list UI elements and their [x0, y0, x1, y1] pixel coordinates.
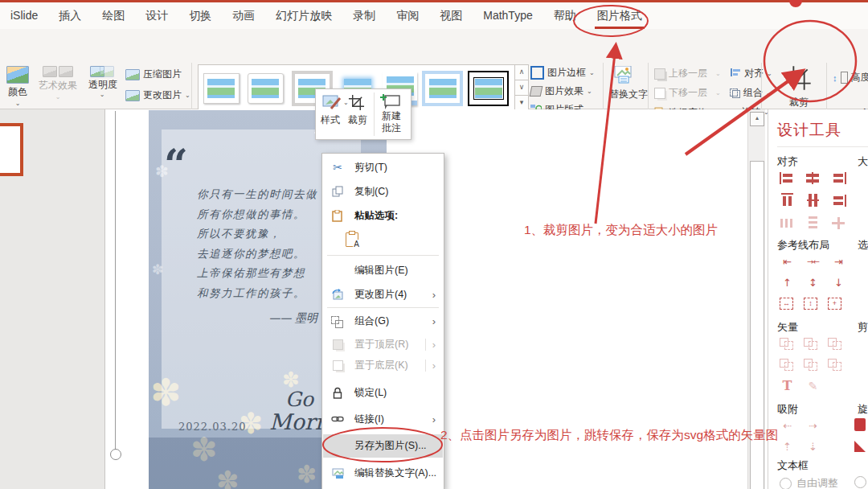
stretch-icon[interactable] [831, 217, 846, 229]
guide-box-center-icon[interactable]: + [828, 298, 841, 310]
vertical-guide-line[interactable] [115, 111, 116, 450]
guide-center-h-icon[interactable]: →← [805, 257, 821, 266]
color-button[interactable]: 颜色 ⌄ [6, 66, 29, 107]
align-left-icon[interactable] [780, 172, 795, 184]
picture-style-thumbnail[interactable] [425, 74, 460, 103]
textbox-section-label: 文本框 [777, 458, 809, 473]
align-middle-icon[interactable] [807, 193, 819, 208]
snap-bottom-icon[interactable]: ⇣ [805, 441, 821, 453]
align-right-icon[interactable] [831, 172, 846, 184]
style-mini-label: 样式 [316, 113, 345, 127]
submenu-arrow-icon: › [432, 315, 436, 327]
compress-pictures-icon [125, 69, 140, 80]
tab-help[interactable]: 帮助 [543, 2, 587, 29]
color-picture-icon [6, 66, 29, 84]
tab-islide[interactable]: iSlide [0, 2, 48, 29]
rotate-flip-icon[interactable] [854, 441, 866, 452]
tab-view[interactable]: 视图 [429, 2, 473, 29]
group-button[interactable]: 组合 ⌄ [730, 86, 772, 100]
snap-right-icon[interactable]: ⇢ [805, 420, 821, 432]
second-textbox-radio[interactable] [854, 476, 866, 488]
crop-label: 裁剪 [789, 96, 809, 109]
vector-edit-points-icon[interactable] [828, 359, 841, 371]
picture-effects-button[interactable]: 图片效果 ⌄ [530, 84, 592, 98]
context-menu-item-cut[interactable]: ✂ 剪切(T) [323, 156, 443, 179]
guide-box-h-icon[interactable]: ↔ [780, 298, 793, 310]
vector-union-icon[interactable] [780, 338, 793, 350]
menu-separator [327, 255, 439, 256]
bring-forward-button[interactable]: 上移一层 ⌄ [654, 67, 721, 80]
picture-style-thumbnail[interactable] [468, 71, 509, 106]
paste-option-keep-text[interactable]: A [323, 228, 443, 252]
change-picture-icon [125, 90, 140, 101]
compress-pictures-button[interactable]: 压缩图片 [125, 68, 182, 81]
distribute-horizontal-icon[interactable] [780, 217, 795, 229]
align-button[interactable]: 对齐 ⌄ [730, 67, 772, 80]
context-menu-item-copy[interactable]: 复制(C) [323, 180, 443, 203]
context-menu-item-lock[interactable]: 锁定(L) [323, 381, 443, 404]
gallery-scroll-down-button[interactable]: ∨ [514, 80, 529, 97]
snap-top-icon[interactable]: ⇡ [780, 441, 795, 453]
vector-combine-icon[interactable] [804, 338, 817, 350]
style-button[interactable]: ⌄ [322, 95, 349, 110]
flower-icon: ✽ [297, 462, 317, 487]
guide-center-v-icon[interactable]: ↕ [805, 277, 821, 289]
picture-style-thumbnail[interactable] [248, 73, 284, 104]
guide-right-icon[interactable]: ⇥ [831, 256, 846, 268]
transparency-button[interactable]: 透明度 ⌄ [88, 66, 116, 98]
guide-top-icon[interactable]: ↑ [780, 277, 795, 289]
picture-style-thumbnail[interactable] [203, 73, 240, 104]
submenu-arrow-icon: › [425, 360, 436, 372]
tab-insert[interactable]: 插入 [48, 2, 92, 29]
guide-bottom-icon[interactable]: ↓ [831, 277, 846, 289]
snap-left-icon[interactable]: ⇠ [780, 420, 795, 432]
send-backward-button[interactable]: 下移一层 ⌄ [654, 86, 721, 100]
scrollbar-thumb[interactable] [750, 161, 764, 489]
vector-fragment-icon[interactable] [828, 338, 841, 350]
tab-transitions[interactable]: 切换 [178, 2, 222, 29]
tab-draw[interactable]: 绘图 [92, 2, 135, 29]
bring-to-front-icon [330, 339, 346, 350]
context-menu-item-link[interactable]: 链接(I) › [323, 408, 443, 430]
guide-handle[interactable] [110, 449, 121, 460]
free-adjust-radio[interactable] [780, 478, 792, 489]
vector-subtract-icon[interactable] [804, 359, 817, 371]
tab-design[interactable]: 设计 [135, 2, 178, 29]
vector-intersect-icon[interactable] [780, 359, 793, 371]
canvas-scrollbar[interactable]: ▴ [747, 109, 765, 489]
crop-mini-button[interactable] [348, 94, 365, 113]
slide-date: 2022.03.20 [178, 421, 246, 433]
change-picture-button[interactable]: 更改图片 ⌄ [125, 88, 190, 102]
alt-text-button[interactable]: 替换文字 [609, 66, 637, 100]
scissors-icon: ✂ [330, 161, 346, 174]
tab-record[interactable]: 录制 [342, 2, 386, 29]
guide-box-v-icon[interactable]: ↕ [804, 298, 817, 310]
new-comment-label: 新建批注 [379, 110, 404, 134]
context-menu-item-change-picture[interactable]: 更改图片(4) › [323, 283, 443, 306]
scroll-up-button[interactable]: ▴ [750, 112, 764, 126]
tab-picture-format[interactable]: 图片格式 [587, 2, 653, 29]
rotate-fill-icon[interactable] [854, 418, 866, 431]
align-bottom-icon[interactable] [831, 195, 846, 207]
context-menu-item-save-as-picture[interactable]: 另存为图片(S)... [323, 434, 443, 458]
picture-border-button[interactable]: 图片边框 ⌄ [530, 66, 595, 80]
pen-tool-icon[interactable]: ✎ [805, 380, 821, 392]
tab-mathtype[interactable]: MathType [473, 2, 542, 29]
selected-slide-thumbnail[interactable] [0, 123, 23, 176]
context-menu-item-edit-picture[interactable]: 编辑图片(E) [323, 259, 443, 281]
tab-slideshow[interactable]: 幻灯片放映 [265, 2, 342, 29]
artistic-effects-icon [43, 66, 73, 77]
align-center-icon[interactable] [805, 172, 821, 184]
text-tool-icon[interactable]: T [780, 378, 795, 393]
tab-review[interactable]: 审阅 [386, 2, 429, 29]
artistic-effects-button[interactable]: 艺术效果 ⌄ [39, 66, 77, 101]
context-menu-item-send-to-back: 置于底层(K) › [323, 354, 443, 376]
new-comment-icon [380, 93, 401, 111]
gallery-scroll-up-button[interactable]: ∧ [514, 64, 529, 81]
context-menu-item-group[interactable]: 组合(G) › [323, 310, 443, 332]
distribute-vertical-icon[interactable] [807, 216, 819, 231]
tab-animations[interactable]: 动画 [222, 2, 265, 29]
align-top-icon[interactable] [781, 193, 793, 208]
context-menu-item-edit-alt-text[interactable]: 编辑替换文字(A)... [323, 462, 443, 484]
guide-left-icon[interactable]: ⇤ [780, 256, 795, 268]
